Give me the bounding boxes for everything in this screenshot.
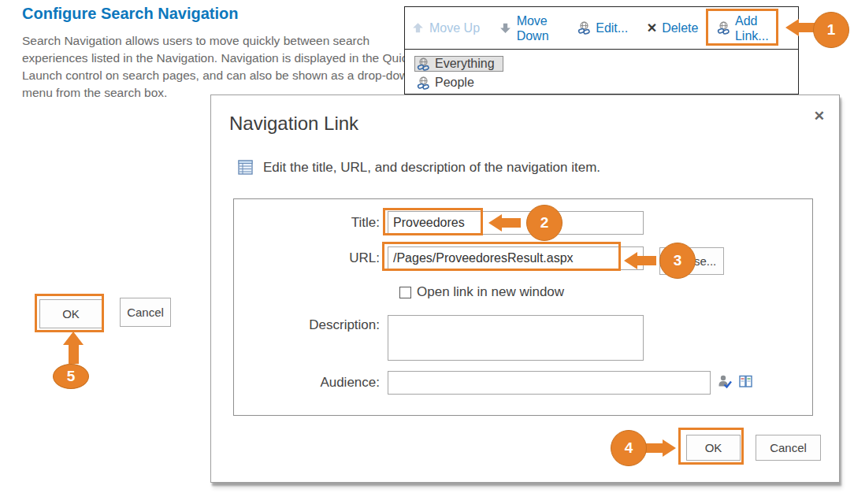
page-ok-button[interactable]: OK [39,299,102,328]
step-4-badge: 4 [611,430,647,466]
delete-button[interactable]: ✕ Delete [647,20,699,35]
delete-label: Delete [662,21,698,35]
step-1-badge: 1 [813,12,849,48]
list-table-icon [238,160,253,175]
open-new-window-row: Open link in new window [399,284,564,300]
add-link-label: Add Link... [735,13,778,43]
open-new-window-label: Open link in new window [417,284,564,300]
step-5-badge: 5 [53,364,89,389]
link-icon [417,57,430,71]
move-up-label: Move Up [429,21,480,35]
check-names-icon[interactable] [718,374,733,389]
navigation-link-dialog: Navigation Link ✕ Edit the title, URL, a… [210,94,840,483]
nav-item-everything[interactable]: Everything [405,54,798,73]
arrow-to-url-field [624,252,656,269]
search-navigation-panel: Move Up Move Down Edit... ✕ Delete [404,6,799,94]
edit-link-label: Edit... [596,21,628,35]
dialog-form: Title: URL: Browse... Open link in new w… [233,198,813,416]
link-icon [577,21,591,35]
edit-link-button[interactable]: Edit... [577,21,628,35]
nav-item-people[interactable]: People [405,73,798,92]
page-cancel-button[interactable]: Cancel [120,298,171,327]
screen: Configure Search Navigation Search Navig… [0,0,854,504]
audience-input[interactable] [388,371,711,395]
url-input[interactable] [388,246,644,270]
dialog-instruction-text: Edit the title, URL, and description of … [263,160,600,176]
navigation-list: Everything People [405,50,798,92]
nav-item-label: People [435,76,474,90]
step-2-badge: 2 [526,205,563,241]
page-description: Search Navigation allows users to move q… [22,32,416,102]
arrow-to-page-ok [63,332,84,364]
delete-icon: ✕ [647,20,657,35]
url-label: URL: [254,246,380,270]
move-up-button[interactable]: Move Up [411,21,480,35]
arrow-to-dialog-ok [644,439,676,457]
link-icon [717,21,730,35]
description-label: Description: [254,317,380,334]
link-icon [417,76,430,90]
dialog-cancel-button[interactable]: Cancel [756,435,821,461]
move-down-button[interactable]: Move Down [499,13,559,43]
add-link-button[interactable]: Add Link... [717,13,778,43]
move-down-icon [499,21,512,35]
description-input[interactable] [388,315,644,361]
step-3-badge: 3 [659,243,696,279]
audience-icon-buttons [718,374,753,389]
dialog-ok-button[interactable]: OK [686,435,741,461]
move-up-icon [411,21,425,35]
page-title: Configure Search Navigation [22,5,239,23]
address-book-icon[interactable] [738,374,753,389]
dialog-close-icon[interactable]: ✕ [814,108,825,124]
arrow-to-title-field [488,214,521,232]
selected-item-frame: Everything [414,56,503,72]
dialog-instruction: Edit the title, URL, and description of … [238,160,600,176]
navigation-toolbar: Move Up Move Down Edit... ✕ Delete [405,7,798,50]
nav-item-label: Everything [435,57,495,71]
open-new-window-checkbox[interactable] [399,287,411,298]
move-down-label: Move Down [517,13,559,43]
title-label: Title: [254,211,380,235]
nav-item-content: People [414,76,474,90]
dialog-title: Navigation Link [229,113,358,135]
audience-label: Audience: [254,371,380,395]
